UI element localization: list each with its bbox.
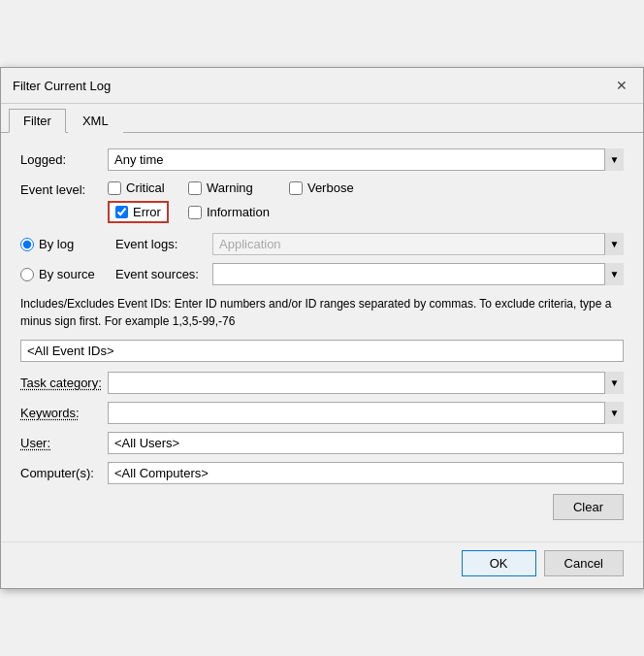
clear-button[interactable]: Clear — [553, 494, 624, 520]
radio-by-source[interactable]: By source — [20, 267, 108, 281]
checkbox-warning[interactable]: Warning — [188, 180, 270, 195]
checkbox-critical-input[interactable] — [108, 181, 121, 195]
logged-select[interactable]: Any time — [108, 148, 624, 171]
tab-filter[interactable]: Filter — [9, 109, 66, 133]
event-ids-input[interactable] — [20, 340, 624, 362]
checkbox-warning-input[interactable] — [188, 181, 202, 195]
by-source-row: By source Event sources: ▼ — [20, 263, 624, 285]
ok-button[interactable]: OK — [462, 550, 536, 576]
computers-input[interactable] — [108, 462, 624, 484]
logged-label: Logged: — [20, 152, 108, 167]
computers-label: Computer(s): — [20, 466, 108, 480]
radio-by-log-input[interactable] — [20, 238, 34, 251]
event-level-label: Event level: — [20, 180, 108, 197]
radio-by-source-label: By source — [39, 267, 95, 281]
content-area: Logged: Any time ▼ Event level: Critical — [1, 133, 643, 541]
event-logs-label: Event logs: — [115, 237, 212, 251]
event-level-section: Event level: Critical Warning Verbose — [20, 180, 624, 223]
clear-row: Clear — [20, 494, 624, 520]
radio-by-source-input[interactable] — [20, 268, 34, 281]
event-sources-wrapper: ▼ — [212, 263, 624, 285]
event-logs-select[interactable]: Application — [212, 233, 624, 255]
keywords-row: Keywords: ▼ — [20, 402, 624, 424]
checkboxes-container: Critical Warning Verbose Error — [108, 180, 354, 223]
checkbox-information-label: Information — [207, 205, 270, 219]
tab-xml[interactable]: XML — [68, 109, 123, 133]
logged-select-wrapper: Any time ▼ — [108, 148, 624, 171]
tabs-container: Filter XML — [1, 104, 643, 133]
checkbox-error-label: Error — [133, 205, 161, 219]
checkbox-warning-label: Warning — [207, 180, 253, 195]
dialog: Filter Current Log ✕ Filter XML Logged: … — [0, 67, 644, 589]
event-sources-label: Event sources: — [115, 267, 212, 281]
title-bar: Filter Current Log ✕ — [1, 68, 643, 104]
checkbox-verbose-label: Verbose — [307, 180, 354, 195]
dialog-bottom: OK Cancel — [1, 541, 643, 588]
task-category-row: Task category: ▼ — [20, 372, 624, 394]
radio-by-log[interactable]: By log — [20, 237, 108, 251]
checkbox-error-input[interactable] — [115, 206, 128, 218]
task-category-select[interactable] — [108, 372, 624, 394]
checkbox-error[interactable]: Error — [108, 201, 169, 223]
keywords-select[interactable] — [108, 402, 624, 424]
checkbox-information[interactable]: Information — [188, 205, 270, 219]
radio-by-log-label: By log — [39, 237, 74, 251]
checkbox-information-input[interactable] — [188, 206, 202, 219]
event-sources-select[interactable] — [212, 263, 624, 285]
user-label: User: — [20, 436, 108, 450]
keywords-label: Keywords: — [20, 406, 108, 420]
user-input[interactable] — [108, 432, 624, 454]
checkbox-critical[interactable]: Critical — [108, 180, 169, 195]
task-category-wrapper: ▼ — [108, 372, 624, 394]
checkbox-verbose-input[interactable] — [289, 181, 303, 195]
event-logs-wrapper: Application ▼ — [212, 233, 624, 255]
checkbox-verbose[interactable]: Verbose — [289, 180, 354, 195]
computers-row: Computer(s): — [20, 462, 624, 484]
event-ids-row — [20, 340, 624, 362]
keywords-wrapper: ▼ — [108, 402, 624, 424]
checkbox-critical-label: Critical — [126, 180, 165, 195]
info-text: Includes/Excludes Event IDs: Enter ID nu… — [20, 295, 624, 330]
task-category-label: Task category: — [20, 376, 108, 390]
by-log-row: By log Event logs: Application ▼ — [20, 233, 624, 255]
logged-row: Logged: Any time ▼ — [20, 148, 624, 171]
close-button[interactable]: ✕ — [612, 76, 631, 95]
dialog-title: Filter Current Log — [13, 79, 111, 93]
user-row: User: — [20, 432, 624, 454]
cancel-button[interactable]: Cancel — [544, 550, 624, 576]
